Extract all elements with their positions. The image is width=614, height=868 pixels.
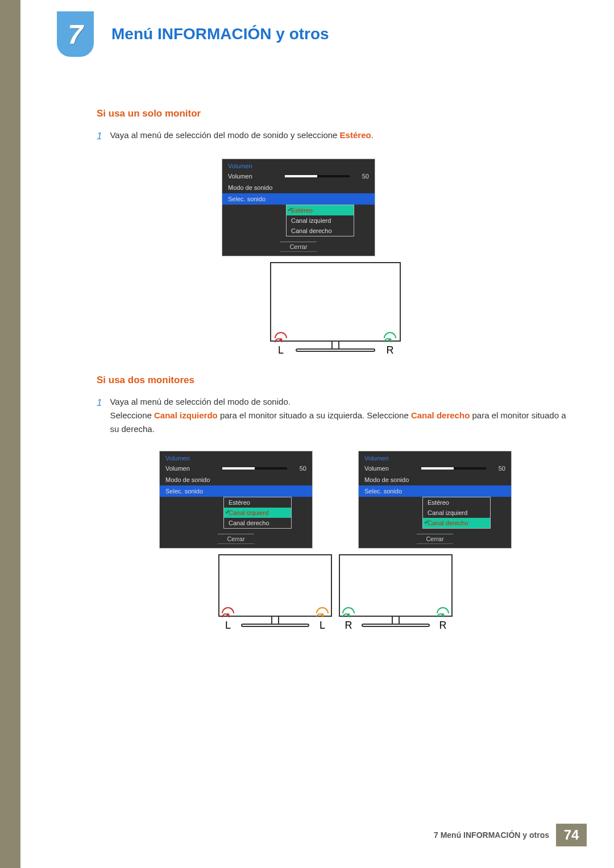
osd-close-row: Cerrar xyxy=(222,239,375,256)
osd-option-right[interactable]: Canal derecho xyxy=(423,518,490,528)
osd-panel-right: Volumen Volumen 50 Modo de sonido Selec.… xyxy=(358,451,512,549)
channel-label-r: R xyxy=(384,344,396,356)
osd-row-mode[interactable]: Modo de sonido xyxy=(222,182,375,193)
osd-row-select[interactable]: Selec. sonido xyxy=(160,485,312,497)
highlight-right: Canal derecho xyxy=(411,410,470,420)
footer: 7 Menú INFORMACIÓN y otros 74 xyxy=(434,824,587,846)
single-monitor-diagram: L R xyxy=(97,262,574,352)
chapter-number: 7 xyxy=(68,19,83,50)
step-text: Vaya al menú de selección del modo de so… xyxy=(110,395,574,436)
osd-row-select[interactable]: Selec. sonido xyxy=(222,193,375,205)
step-number: 1 xyxy=(97,128,102,144)
osd-row-mode[interactable]: Modo de sonido xyxy=(359,474,511,485)
osd-option-left[interactable]: Canal izquierd xyxy=(224,508,291,518)
speaker-icon xyxy=(342,607,355,618)
osd-close-button[interactable]: Cerrar xyxy=(417,534,453,544)
chapter-title: Menú INFORMACIÓN y otros xyxy=(111,25,329,43)
volume-value: 50 xyxy=(354,173,369,180)
speaker-icon xyxy=(437,607,449,618)
osd-panel-left: Volumen Volumen 50 Modo de sonido Selec.… xyxy=(159,451,313,549)
speaker-icon xyxy=(222,607,234,618)
side-stripe xyxy=(0,0,20,868)
footer-page-number: 74 xyxy=(556,824,587,846)
chapter-tab: 7 xyxy=(57,11,94,57)
volume-slider[interactable] xyxy=(222,467,287,470)
step-number: 1 xyxy=(97,395,102,436)
osd-close-button[interactable]: Cerrar xyxy=(218,534,254,544)
osd-panel: Volumen Volumen 50 Modo de sonido Selec.… xyxy=(222,159,375,256)
osd-option-left[interactable]: Canal izquierd xyxy=(287,215,354,226)
heading-single-monitor: Si usa un solo monitor xyxy=(97,108,574,119)
volume-slider[interactable] xyxy=(285,175,350,177)
osd-title: Volumen xyxy=(222,159,375,171)
highlight-left: Canal izquierdo xyxy=(154,410,218,420)
osd-option-stereo[interactable]: Estéreo xyxy=(423,497,490,508)
osd-close-button[interactable]: Cerrar xyxy=(280,242,316,252)
osd-row-mode[interactable]: Modo de sonido xyxy=(160,474,312,485)
highlight-estereo: Estéreo xyxy=(340,130,371,140)
osd-option-stereo[interactable]: Estéreo xyxy=(287,205,354,215)
osd-row-select[interactable]: Selec. sonido xyxy=(359,485,511,497)
monitor-screen xyxy=(339,554,453,617)
osd-popup: Estéreo Canal izquierd Canal derecho xyxy=(286,205,354,236)
step-single: 1 Vaya al menú de selección del modo de … xyxy=(97,128,574,144)
channel-label-l: L xyxy=(275,344,287,356)
speaker-icon xyxy=(316,607,329,618)
heading-dual-monitor: Si usa dos monitores xyxy=(97,375,574,386)
page-content: Si usa un solo monitor 1 Vaya al menú de… xyxy=(97,108,574,650)
osd-single: Volumen Volumen 50 Modo de sonido Selec.… xyxy=(222,159,574,256)
step-text: Vaya al menú de selección del modo de so… xyxy=(110,128,373,144)
osd-row-volume: Volumen 50 xyxy=(222,171,375,182)
footer-text: 7 Menú INFORMACIÓN y otros xyxy=(434,830,556,840)
monitor-screen xyxy=(218,554,332,617)
dual-osd-row: Volumen Volumen 50 Modo de sonido Selec.… xyxy=(97,451,574,549)
osd-option-right[interactable]: Canal derecho xyxy=(287,226,354,236)
speaker-icon xyxy=(275,332,287,343)
dual-monitor-diagram: L L R R xyxy=(97,554,574,627)
osd-option-stereo[interactable]: Estéreo xyxy=(224,497,291,508)
step-dual: 1 Vaya al menú de selección del modo de … xyxy=(97,395,574,436)
speaker-icon xyxy=(384,332,396,343)
volume-slider[interactable] xyxy=(421,467,486,470)
monitor-screen xyxy=(270,262,401,342)
osd-option-right[interactable]: Canal derecho xyxy=(224,518,291,528)
osd-option-left[interactable]: Canal izquierd xyxy=(423,508,490,518)
